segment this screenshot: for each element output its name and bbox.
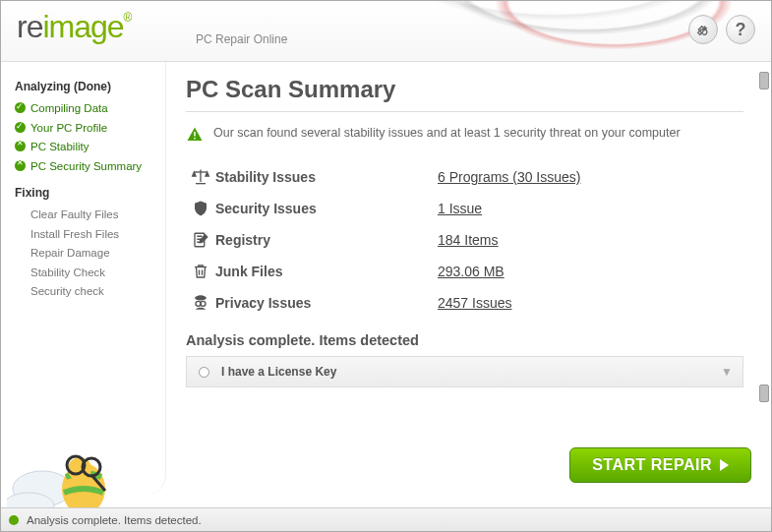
page-title: PC Scan Summary — [186, 76, 743, 103]
analysis-complete-heading: Analysis complete. Items detected — [186, 332, 743, 348]
wrench-icon — [695, 22, 711, 37]
status-bar: Analysis complete. Items detected. — [1, 507, 771, 531]
brand-mid: image — [42, 9, 123, 44]
sidebar-item-clear-faulty: Clear Faulty Files — [15, 206, 155, 225]
divider — [186, 111, 743, 112]
row-registry: Registry 184 Items — [186, 224, 743, 256]
start-repair-button[interactable]: START REPAIR — [569, 447, 751, 483]
sidebar-item-security[interactable]: PC Security Summary — [15, 157, 155, 177]
spy-icon — [186, 293, 215, 313]
scrollbar-bottom[interactable] — [759, 384, 769, 402]
registry-icon — [186, 230, 215, 250]
sidebar-item-security-check: Security check — [15, 282, 155, 302]
svg-rect-8 — [194, 138, 196, 140]
radio-icon — [199, 367, 209, 378]
sidebar-item-repair-damage: Repair Damage — [15, 244, 155, 264]
sidebar-item-install-fresh: Install Fresh Files — [15, 225, 155, 245]
settings-button[interactable] — [688, 15, 718, 44]
main-panel: PC Scan Summary Our scan found several s… — [166, 62, 771, 495]
junk-label: Junk Files — [215, 264, 438, 279]
help-button[interactable]: ? — [726, 15, 755, 44]
svg-point-13 — [201, 301, 206, 306]
svg-point-3 — [68, 457, 91, 481]
row-security: Security Issues 1 Issue — [186, 193, 743, 224]
sidebar-item-stability-check: Stability Check — [15, 264, 155, 283]
sidebar-item-compiling[interactable]: Compiling Data — [15, 99, 155, 119]
scales-icon — [186, 167, 215, 187]
play-icon — [720, 459, 729, 471]
sidebar-item-stability[interactable]: PC Stability — [15, 138, 155, 157]
start-repair-label: START REPAIR — [592, 456, 712, 474]
stability-label: Stability Issues — [215, 169, 438, 185]
trash-icon — [186, 262, 215, 281]
privacy-label: Privacy Issues — [215, 295, 438, 311]
row-privacy: Privacy Issues 2457 Issues — [186, 287, 743, 319]
scan-alert: Our scan found several stability issues … — [186, 124, 743, 144]
warning-icon — [186, 126, 204, 144]
stability-value-link[interactable]: 6 Programs (30 Issues) — [438, 169, 581, 185]
junk-value-link[interactable]: 293.06 MB — [438, 264, 505, 279]
shield-icon — [186, 199, 215, 218]
brand-logo: reimage® — [17, 9, 131, 45]
sidebar-item-profile[interactable]: Your PC Profile — [15, 119, 155, 139]
question-icon: ? — [736, 20, 746, 40]
license-key-option[interactable]: I have a License Key ▼ — [186, 356, 743, 387]
row-stability: Stability Issues 6 Programs (30 Issues) — [186, 161, 743, 193]
security-value-link[interactable]: 1 Issue — [438, 201, 482, 216]
privacy-value-link[interactable]: 2457 Issues — [438, 295, 512, 311]
svg-rect-7 — [194, 132, 196, 137]
sidebar-section-fixing: Fixing — [15, 186, 155, 200]
registered-mark-icon: ® — [124, 11, 132, 25]
brand-tagline: PC Repair Online — [196, 32, 287, 46]
status-dot-icon — [9, 515, 19, 525]
status-text: Analysis complete. Items detected. — [27, 514, 202, 526]
registry-value-link[interactable]: 184 Items — [438, 232, 498, 248]
security-label: Security Issues — [215, 201, 438, 216]
scan-alert-text: Our scan found several stability issues … — [213, 124, 681, 144]
sidebar-section-analyzing: Analyzing (Done) — [15, 80, 155, 93]
progress-sidebar: Analyzing (Done) Compiling Data Your PC … — [1, 62, 166, 495]
svg-rect-11 — [198, 296, 205, 299]
registry-label: Registry — [215, 232, 438, 248]
brand-pre: re — [17, 9, 42, 44]
scrollbar-top[interactable] — [759, 72, 769, 89]
chevron-down-icon: ▼ — [721, 365, 733, 379]
license-key-label: I have a License Key — [221, 365, 336, 379]
row-junk: Junk Files 293.06 MB — [186, 256, 743, 287]
app-header: reimage® PC Repair Online ? — [1, 1, 771, 62]
svg-point-12 — [196, 301, 201, 306]
